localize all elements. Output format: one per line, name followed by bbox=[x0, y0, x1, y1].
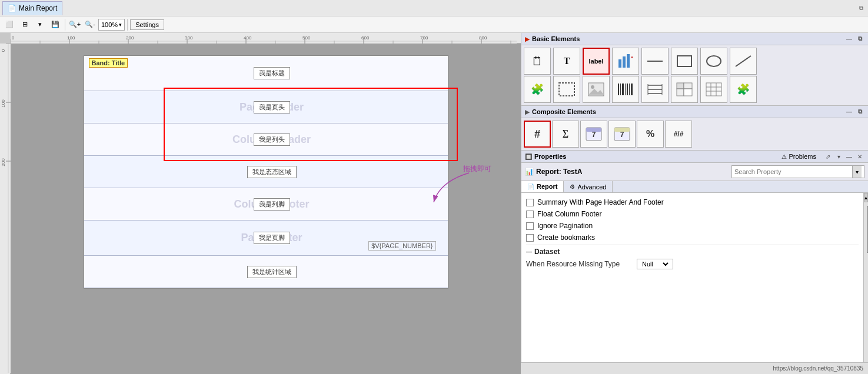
element-barcode[interactable] bbox=[612, 76, 639, 103]
toolbar-grid-btn[interactable]: ⊞ bbox=[18, 18, 32, 31]
main-report-tab[interactable]: 📄 Main Report bbox=[2, 1, 62, 15]
props-dropdown-icon[interactable]: ▾ bbox=[834, 152, 843, 161]
page-header-element[interactable]: 我是页头 bbox=[254, 101, 290, 113]
composite-variable[interactable]: Σ bbox=[552, 121, 579, 148]
search-property-input[interactable] bbox=[734, 168, 852, 175]
element-subreport[interactable]: 🧩 bbox=[524, 76, 551, 103]
page-footer-text: 我是页脚 bbox=[259, 234, 285, 241]
checkbox-create-bookmarks[interactable] bbox=[526, 234, 534, 242]
label-ignore-pagination: Ignore Pagination bbox=[537, 222, 593, 230]
report-paper: Band: Title 我是标题 Page Header 我是页头 bbox=[84, 55, 448, 289]
composite-date[interactable]: 7 bbox=[580, 121, 607, 148]
column-footer-element[interactable]: 我是列脚 bbox=[254, 198, 290, 211]
band-summary-content[interactable]: 我是统计区域 bbox=[96, 256, 448, 288]
band-column-header: Column Header 我是列头 bbox=[84, 123, 448, 156]
element-list[interactable] bbox=[641, 76, 669, 103]
search-property-box: ▾ bbox=[731, 165, 864, 178]
title-element[interactable]: 我是标题 bbox=[254, 67, 290, 79]
svg-rect-64 bbox=[677, 89, 684, 96]
report-canvas[interactable]: 拖拽即可 Band: Title bbox=[11, 44, 521, 374]
svg-rect-43 bbox=[677, 56, 691, 66]
svg-point-48 bbox=[591, 85, 594, 89]
band-page-footer-content[interactable]: Page Footer 我是页脚 $V{PAGE_NUMBER} bbox=[96, 221, 448, 255]
toolbar-save-btn[interactable]: 💾 bbox=[48, 18, 62, 31]
toolbar-sep-2 bbox=[127, 19, 128, 31]
props-minimize-icon[interactable]: — bbox=[844, 152, 854, 161]
props-external-icon[interactable]: ⬀ bbox=[823, 152, 833, 161]
composite-page-x-of-y[interactable]: #/# bbox=[665, 121, 692, 148]
checkbox-ignore-pagination[interactable] bbox=[526, 222, 534, 230]
element-rect[interactable] bbox=[671, 48, 698, 75]
properties-title: Properties bbox=[534, 153, 779, 160]
drag-hint: 拖拽即可 bbox=[463, 164, 491, 174]
dataset-collapse-btn[interactable]: — bbox=[526, 249, 532, 255]
svg-text:300: 300 bbox=[185, 35, 193, 41]
problems-tab-link[interactable]: ⚠ Problems bbox=[781, 153, 816, 160]
page-number-field[interactable]: $V{PAGE_NUMBER} bbox=[368, 241, 435, 251]
band-column-header-content[interactable]: Column Header 我是列头 bbox=[96, 123, 448, 155]
svg-rect-40 bbox=[627, 54, 630, 68]
summary-element[interactable]: 我是统计区域 bbox=[247, 266, 297, 278]
element-table[interactable] bbox=[700, 76, 727, 103]
detail-element[interactable]: 我是态态区域 bbox=[247, 166, 297, 178]
page-footer-element[interactable]: 我是页脚 bbox=[254, 232, 290, 244]
band-title-badge: Band: Title bbox=[89, 58, 128, 68]
report-icon: 📄 bbox=[8, 4, 16, 12]
zoom-value: 100% bbox=[101, 21, 118, 28]
report-name-text: Report: TestA bbox=[536, 168, 582, 176]
main-report-tab-label: Main Report bbox=[19, 4, 57, 12]
basic-elements-controls: — ⧉ bbox=[844, 34, 864, 44]
props-close-icon[interactable]: ✕ bbox=[855, 152, 864, 161]
composite-expand-icon[interactable]: ⧉ bbox=[855, 107, 864, 116]
scroll-up-btn[interactable]: ▲ bbox=[864, 193, 868, 202]
band-detail-content[interactable]: 我是态态区域 bbox=[96, 156, 448, 188]
expand-icon[interactable]: ⧉ bbox=[855, 34, 864, 44]
band-title-content[interactable]: 我是标题 bbox=[96, 56, 448, 91]
tab-advanced[interactable]: ⚙ Advanced bbox=[564, 181, 613, 192]
band-column-footer-content[interactable]: Column Footer 我是列脚 bbox=[96, 188, 448, 220]
properties-panel: 🔲 Properties ⚠ Problems ⬀ ▾ — ✕ 📊 Report… bbox=[521, 151, 868, 374]
element-chart[interactable] bbox=[612, 48, 639, 75]
minimize-icon[interactable]: — bbox=[844, 34, 854, 44]
composite-elements-section: ▶ Composite Elements — ⧉ # Σ bbox=[521, 106, 868, 151]
element-label[interactable]: label bbox=[583, 48, 610, 75]
zoom-in-btn[interactable]: 🔍+ bbox=[68, 18, 82, 31]
report-tab-label: Report bbox=[537, 183, 557, 190]
toolbar-dropdown-btn[interactable]: ▾ bbox=[33, 18, 47, 31]
maximize-icon[interactable]: ⧉ bbox=[859, 5, 863, 12]
svg-line-45 bbox=[736, 56, 751, 66]
composite-percent[interactable]: % bbox=[637, 121, 664, 148]
element-component[interactable]: 🧩 bbox=[730, 76, 757, 103]
when-resource-select[interactable]: Null Empty Key Error bbox=[640, 260, 670, 268]
band-summary: 我是统计区域 bbox=[84, 256, 448, 288]
page-header-text: 我是页头 bbox=[259, 103, 285, 111]
band-page-header: Page Header 我是页头 bbox=[84, 91, 448, 123]
svg-rect-71 bbox=[586, 128, 601, 141]
composite-page-number[interactable]: # bbox=[524, 121, 551, 148]
composite-time[interactable]: 7 bbox=[608, 121, 636, 148]
page-number-text: $V{PAGE_NUMBER} bbox=[371, 242, 433, 249]
zoom-dropdown-btn[interactable]: ▾ bbox=[119, 22, 122, 28]
element-image[interactable] bbox=[583, 76, 610, 103]
element-crosstab[interactable] bbox=[671, 76, 698, 103]
element-line-diag[interactable] bbox=[730, 48, 757, 75]
zoom-out-btn[interactable]: 🔍- bbox=[83, 18, 97, 31]
checkbox-summary-page-hf[interactable] bbox=[526, 199, 534, 206]
tab-report[interactable]: 📄 Report bbox=[521, 181, 564, 192]
tab-bar: 📄 Main Report ⧉ bbox=[0, 0, 868, 16]
composite-minimize-icon[interactable]: — bbox=[844, 107, 854, 116]
column-header-element[interactable]: 我是列头 bbox=[254, 133, 290, 146]
prop-float-column-footer: Float Column Footer bbox=[526, 208, 859, 220]
svg-text:7: 7 bbox=[620, 131, 624, 139]
element-ellipse[interactable] bbox=[700, 48, 727, 75]
toolbar-new-btn[interactable]: ⬜ bbox=[2, 18, 16, 31]
element-h-line[interactable] bbox=[641, 48, 669, 75]
settings-btn[interactable]: Settings bbox=[130, 19, 164, 30]
element-frame[interactable] bbox=[553, 76, 580, 103]
element-text-field[interactable]: T bbox=[553, 48, 580, 75]
checkbox-float-column-footer[interactable] bbox=[526, 211, 534, 218]
element-static-text[interactable]: 🗒 bbox=[524, 48, 551, 75]
band-page-header-content[interactable]: Page Header 我是页头 bbox=[96, 91, 448, 123]
search-property-dropdown[interactable]: ▾ bbox=[852, 166, 862, 178]
composite-elements-title: Composite Elements bbox=[532, 108, 596, 115]
